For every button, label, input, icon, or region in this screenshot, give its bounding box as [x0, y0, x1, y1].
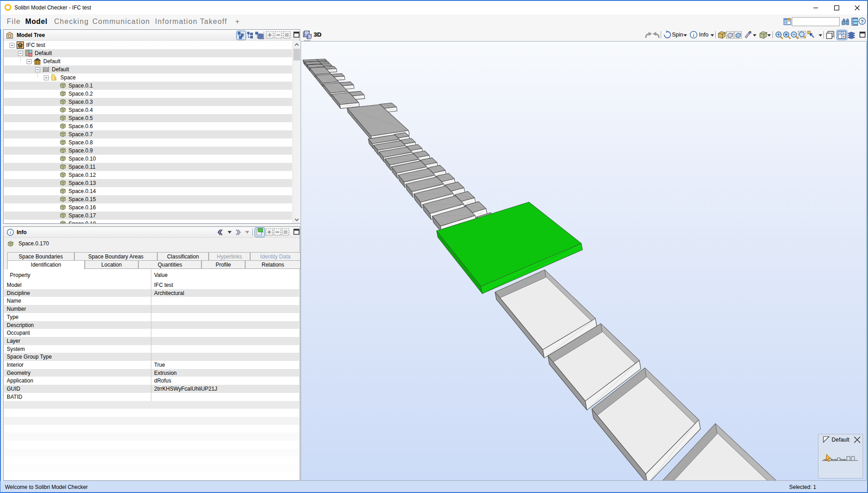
svg-text:?: ?: [860, 19, 863, 24]
svg-text:i: i: [693, 32, 694, 38]
svg-text:i: i: [9, 230, 11, 235]
svg-text:Default: Default: [831, 437, 850, 443]
